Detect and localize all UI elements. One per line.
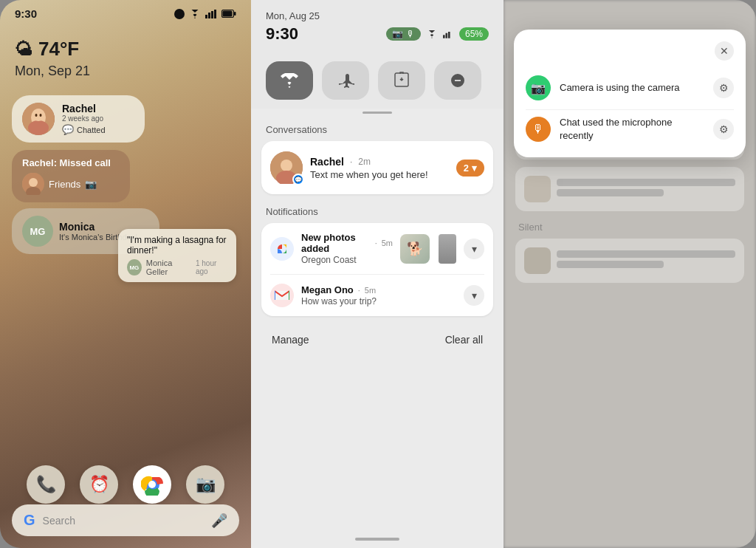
monica-callout-time: 1 hour ago (196, 259, 227, 275)
gmail-notif-content: Megan Ono · 5m How was your trip? (301, 284, 456, 306)
svg-rect-5 (234, 12, 236, 16)
photos-thumb-2 (439, 234, 456, 264)
photos-notif-time: 5m (382, 239, 393, 247)
chrome-icon[interactable] (133, 465, 171, 504)
svg-rect-21 (448, 32, 450, 38)
shade-divider (362, 112, 392, 114)
wifi-icon (189, 10, 201, 18)
notif-spacer (251, 357, 504, 535)
camera-active-pill: 📷 🎙 (386, 27, 421, 41)
camera-perm-icon: 📷 (526, 75, 551, 100)
svg-point-12 (40, 114, 42, 117)
rachel-conv-name-row: Rachel · 2m (310, 156, 449, 168)
svg-point-10 (33, 111, 44, 121)
camera-active-icon: 📷 (392, 29, 403, 39)
monica-avatar: MG (22, 216, 53, 247)
rachel-conversation-card[interactable]: 💬 Rachel · 2m Text me when you get here!… (261, 141, 493, 194)
mic-active-icon: 🎙 (406, 29, 415, 39)
dnd-toggle[interactable] (434, 61, 481, 100)
mic-perm-icon: 🎙 (526, 117, 551, 142)
mic-settings-button[interactable]: ⚙ (713, 119, 734, 140)
monica-callout-name: Monica Geller (146, 258, 191, 276)
rachel-widget-info: Rachel 2 weeks ago 💬 Chatted (62, 103, 134, 135)
perm-bg-row-4 (515, 239, 744, 283)
perm-bg-icon-3 (524, 176, 551, 202)
svg-point-11 (35, 114, 38, 117)
svg-rect-3 (214, 10, 216, 18)
home-status-bar: 9:30 (12, 0, 239, 23)
rachel-conv-info: Rachel · 2m Text me when you get here! (310, 156, 449, 180)
svg-rect-0 (205, 15, 207, 18)
photos-notif-title: New photos added (301, 232, 371, 254)
battery-icon (221, 10, 236, 18)
manage-button[interactable]: Manage (272, 334, 309, 346)
airplane-toggle[interactable] (322, 61, 369, 100)
google-g-icon: G (24, 512, 35, 529)
conv-expand-button[interactable]: 2 ▾ (456, 160, 484, 177)
photos-notif-item[interactable]: New photos added · 5m Oregon Coast 🐕 ▾ (261, 223, 493, 274)
signal-icon (205, 10, 217, 18)
wifi-toggle[interactable] (266, 61, 313, 100)
camera-icon-dock[interactable]: 📷 (186, 465, 224, 504)
notification-panel: Mon, Aug 25 9:30 📷 🎙 65% (251, 0, 504, 548)
monica-callout-avatar: MG (127, 259, 142, 275)
conversations-label: Conversations (251, 120, 504, 141)
weather-temp: 74°F (38, 38, 79, 61)
perm-dialog-header: ✕ (526, 41, 734, 61)
battery-status: 65% (459, 27, 489, 41)
search-placeholder: Search (43, 515, 204, 527)
rachel-conv-time: 2m (358, 157, 371, 167)
svg-point-14 (29, 178, 38, 187)
gmail-expand-btn[interactable]: ▾ (464, 285, 484, 306)
phone-icon[interactable]: 📞 (27, 465, 65, 504)
gmail-app-icon (270, 284, 294, 307)
rachel-conv-avatar: 💬 (270, 151, 303, 184)
rachel-widget[interactable]: Rachel 2 weeks ago 💬 Chatted (12, 95, 145, 143)
svg-rect-19 (443, 35, 445, 38)
gmail-notif-item[interactable]: Megan Ono · 5m How was your trip? ▾ (261, 275, 493, 316)
svg-point-9 (28, 120, 49, 135)
rachel-widget-sub: 2 weeks ago (62, 114, 134, 123)
camera-dot (174, 9, 185, 19)
gmail-time: 5m (365, 286, 376, 295)
battery-saver-toggle[interactable] (378, 61, 425, 100)
perm-bg-icon-4 (524, 247, 551, 274)
perm-bg-line-8 (557, 261, 664, 268)
camera-settings-button[interactable]: ⚙ (713, 78, 734, 98)
notifications-label: Notifications (251, 202, 504, 223)
monica-callout: "I'm making a lasagna for dinner!" MG Mo… (118, 229, 236, 282)
home-clock: 9:30 (15, 7, 37, 20)
perm-bg-line-5 (557, 179, 735, 186)
camera-perm-label: Camera is using the camera (560, 81, 704, 95)
camera-icon-friends: 📷 (85, 179, 97, 190)
notif-status-right: 📷 🎙 65% (386, 27, 489, 41)
perm-bg-line-7 (557, 250, 735, 258)
perm-bg-line-6 (557, 189, 664, 196)
photos-notif-content: New photos added · 5m Oregon Coast (301, 232, 393, 265)
notif-time: 9:30 (266, 24, 298, 44)
notif-date: Mon, Aug 25 (266, 10, 489, 21)
svg-point-18 (148, 481, 156, 488)
weather-widget: 🌤 74°F Mon, Sep 21 (12, 38, 239, 79)
conv-count: 2 (464, 162, 469, 174)
notif-signal-icon (443, 30, 453, 38)
photos-expand-btn[interactable]: ▾ (464, 239, 484, 259)
svg-point-24 (281, 160, 292, 171)
photos-thumbnail: 🐕 (400, 234, 430, 264)
rachel-widget-chatted: 💬 Chatted (62, 124, 134, 135)
notif-wifi-icon (427, 30, 437, 38)
clear-all-button[interactable]: Clear all (445, 334, 483, 346)
photos-notif-subtitle: Oregon Coast (301, 255, 393, 265)
mic-icon[interactable]: 🎤 (211, 513, 227, 529)
home-searchbar[interactable]: G Search 🎤 (12, 504, 239, 536)
battery-level: 65% (465, 29, 483, 39)
friends-widget[interactable]: Rachel: Missed call Friends 📷 (12, 150, 130, 202)
perm-close-button[interactable]: ✕ (715, 41, 734, 61)
perm-bg-silent-label: Silent (515, 222, 744, 233)
home-screen: 9:30 🌤 74°F Mon, Sep 21 Rachel (0, 0, 251, 548)
permission-dialog: ✕ 📷 Camera is using the camera ⚙ 🎙 Chat … (514, 30, 746, 157)
quick-toggles (251, 49, 504, 109)
clock-icon[interactable]: ⏰ (80, 465, 118, 504)
perm-bg-text-3 (557, 179, 735, 199)
weather-icon: 🌤 (15, 39, 32, 60)
